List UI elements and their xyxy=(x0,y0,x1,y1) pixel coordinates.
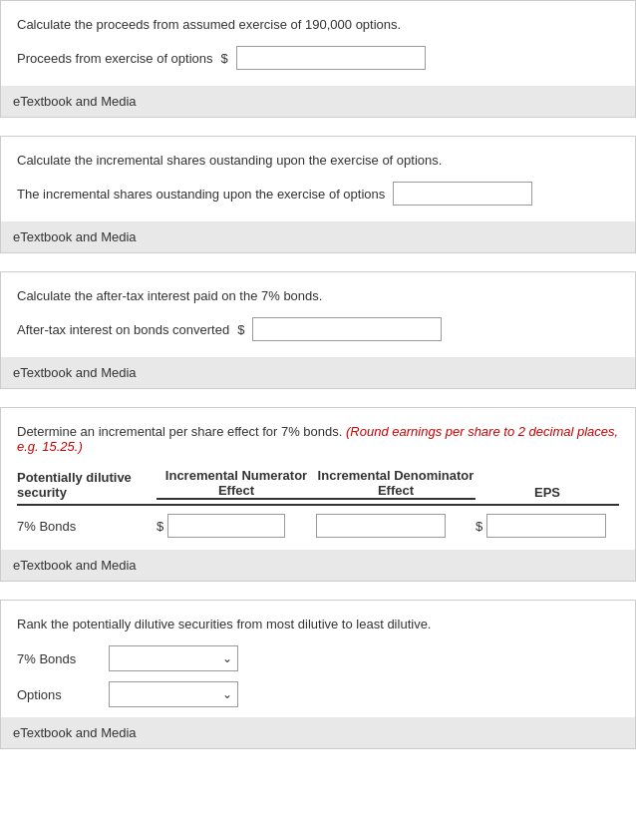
section-incremental-eps: Determine an incremental per share effec… xyxy=(0,407,636,582)
incremental-shares-field-row: The incremental shares oustanding upon t… xyxy=(17,182,619,206)
section4-instruction: Determine an incremental per share effec… xyxy=(17,424,619,454)
etextbook-bar-3[interactable]: eTextbook and Media xyxy=(1,357,635,388)
col-header-eps: EPS xyxy=(476,485,619,500)
row-security-label: 7% Bonds xyxy=(17,519,157,534)
options-dropdown-wrapper[interactable]: Most dilutive Least dilutive ⌄ xyxy=(109,681,238,707)
etextbook-label-1: eTextbook and Media xyxy=(13,94,137,109)
after-tax-input[interactable] xyxy=(252,317,442,341)
section-ranking: Rank the potentially dilutive securities… xyxy=(0,600,636,749)
rank-row-bonds: 7% Bonds Most dilutive Least dilutive ⌄ xyxy=(17,645,619,671)
row-eps-cell: $ xyxy=(476,514,619,538)
etextbook-bar-2[interactable]: eTextbook and Media xyxy=(1,221,635,252)
row-numerator-cell: $ xyxy=(157,514,316,538)
section-proceeds: Calculate the proceeds from assumed exer… xyxy=(0,0,636,118)
eps-input[interactable] xyxy=(486,514,606,538)
incremental-shares-input[interactable] xyxy=(393,182,532,206)
table-row: 7% Bonds $ $ xyxy=(17,514,619,538)
section2-instruction: Calculate the incremental shares oustand… xyxy=(17,153,619,168)
section4-instruction-text: Determine an incremental per share effec… xyxy=(17,424,342,439)
denominator-input[interactable] xyxy=(316,514,446,538)
proceeds-input[interactable] xyxy=(236,46,426,70)
rank-bonds-label: 7% Bonds xyxy=(17,651,97,666)
proceeds-field-row: Proceeds from exercise of options $ xyxy=(17,46,619,70)
section-incremental-shares: Calculate the incremental shares oustand… xyxy=(0,136,636,253)
bonds-dropdown[interactable]: Most dilutive Least dilutive xyxy=(109,645,238,671)
after-tax-label: After-tax interest on bonds converted xyxy=(17,322,229,337)
rank-options-label: Options xyxy=(17,687,97,702)
dollar-sign-1: $ xyxy=(221,51,228,66)
section3-instruction: Calculate the after-tax interest paid on… xyxy=(17,288,619,303)
col-header-numerator: Incremental Numerator Effect xyxy=(157,468,316,500)
table-header: Potentially dilutive security Incrementa… xyxy=(17,468,619,506)
col-header-security: Potentially dilutive security xyxy=(17,470,157,500)
etextbook-bar-4[interactable]: eTextbook and Media xyxy=(1,550,635,581)
etextbook-label-2: eTextbook and Media xyxy=(13,229,137,244)
numerator-input[interactable] xyxy=(167,514,285,538)
options-dropdown[interactable]: Most dilutive Least dilutive xyxy=(109,681,238,707)
row-denominator-cell xyxy=(316,514,476,538)
incremental-shares-label: The incremental shares oustanding upon t… xyxy=(17,187,385,202)
section5-instruction: Rank the potentially dilutive securities… xyxy=(17,617,619,631)
etextbook-label-5: eTextbook and Media xyxy=(13,725,137,740)
rank-row-options: Options Most dilutive Least dilutive ⌄ xyxy=(17,681,619,707)
etextbook-bar-5[interactable]: eTextbook and Media xyxy=(1,717,635,748)
after-tax-field-row: After-tax interest on bonds converted $ xyxy=(17,317,619,341)
etextbook-label-3: eTextbook and Media xyxy=(13,365,137,380)
etextbook-label-4: eTextbook and Media xyxy=(13,558,137,573)
dollar-sign-4b: $ xyxy=(476,519,482,534)
section1-instruction: Calculate the proceeds from assumed exer… xyxy=(17,17,619,32)
bonds-dropdown-wrapper[interactable]: Most dilutive Least dilutive ⌄ xyxy=(109,645,238,671)
proceeds-label: Proceeds from exercise of options xyxy=(17,51,213,66)
col-header-denominator: Incremental Denominator Effect xyxy=(316,468,476,500)
section-after-tax-interest: Calculate the after-tax interest paid on… xyxy=(0,271,636,389)
dollar-sign-3: $ xyxy=(237,322,244,337)
dollar-sign-4a: $ xyxy=(157,519,163,534)
etextbook-bar-1[interactable]: eTextbook and Media xyxy=(1,86,635,117)
